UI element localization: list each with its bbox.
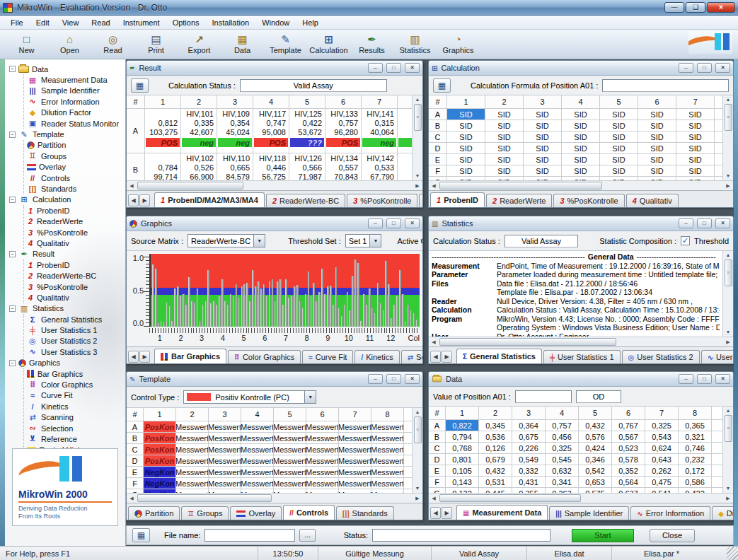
formula-cell[interactable]: SID — [638, 120, 676, 131]
formula-cell[interactable]: SID — [676, 109, 715, 119]
formula-cell[interactable]: SID — [485, 165, 524, 176]
sidebar-item-readerwerte[interactable]: 2ReaderWerte — [27, 216, 125, 226]
scrollbar-thumb[interactable]: ≡ — [414, 104, 422, 131]
measurement-cell[interactable]: 0,624 — [645, 443, 679, 453]
formula-cell[interactable]: SID — [600, 132, 638, 142]
result-cell[interactable]: 0,812103,275POS — [145, 109, 181, 153]
scroll-right-icon[interactable]: ▶ — [413, 182, 422, 190]
toolbar-new-button[interactable]: □New — [6, 31, 47, 57]
data-tab-measurement-data[interactable]: ▦Measurement Data — [456, 505, 548, 520]
statistics-minimize-button[interactable]: – — [679, 218, 693, 228]
sidebar-item-dilution-factor[interactable]: ◆Dilution Factor — [27, 107, 125, 118]
measurement-cell[interactable]: 0,325 — [546, 443, 579, 453]
formula-cell[interactable]: SID — [447, 132, 485, 142]
statistics-vertical-scrollbar[interactable]: ▲≡▼ — [722, 251, 733, 337]
menu-options[interactable]: Options — [166, 17, 206, 28]
control-type-dropdown[interactable]: Positiv Kontrolle (PC) ▼ — [183, 390, 316, 404]
template-cell[interactable]: Messwert — [306, 489, 339, 493]
tab-scroll-left-icon[interactable]: ◀ — [430, 351, 441, 363]
sidebar-item-poskontrolle[interactable]: 3%PosKontrolle — [27, 281, 125, 292]
template-cell[interactable]: Messwert — [339, 421, 371, 432]
menu-window[interactable]: Window — [255, 17, 296, 28]
formula-cell[interactable]: SID — [600, 109, 638, 119]
tab-scroll-left-icon[interactable]: ◀ — [128, 194, 139, 206]
measurement-cell[interactable]: 0,422 — [679, 488, 712, 493]
sidebar-item-probenid[interactable]: 1ProbenID — [27, 259, 125, 270]
result-cell[interactable]: HIV,1090,35445,024neg — [217, 109, 253, 153]
template-title-bar[interactable]: ✎ Template – □ ✕ — [127, 372, 422, 387]
calculation-minimize-button[interactable]: – — [679, 63, 693, 73]
formula-cell[interactable]: SID — [447, 143, 485, 153]
scroll-up-icon[interactable]: ▲ — [413, 408, 422, 416]
chevron-down-icon[interactable]: ▼ — [370, 234, 381, 247]
template-cell[interactable]: Messwert — [274, 444, 306, 455]
template-horizontal-scrollbar[interactable]: ◀▶ — [127, 493, 422, 503]
measurement-cell[interactable]: 0,475 — [645, 477, 679, 487]
measurement-cell[interactable]: 0,346 — [579, 454, 612, 465]
statistics-close-button[interactable]: ✕ — [715, 218, 730, 228]
tab-scroll-left-icon[interactable]: ◀ — [430, 507, 441, 519]
template-cell[interactable]: PosKon — [144, 444, 176, 455]
scroll-left-icon[interactable]: ◀ — [127, 182, 137, 190]
sidebar-node-graphics[interactable]: −Graphics — [8, 358, 125, 368]
measurement-cell[interactable]: 0,352 — [612, 465, 645, 476]
graphics-tab-curve-fit[interactable]: ≈Curve Fit — [302, 350, 353, 363]
result-cell[interactable]: HIV,1330,75796,280POS — [325, 109, 362, 153]
measurement-cell[interactable]: 0,226 — [512, 443, 546, 453]
measurement-cell[interactable]: 0,431 — [512, 477, 546, 487]
formula-cell[interactable]: SID — [524, 165, 562, 176]
formula-cell[interactable]: SID — [600, 177, 638, 180]
template-cell[interactable]: Messwert — [339, 455, 371, 466]
measurement-cell[interactable]: 0,632 — [546, 465, 579, 476]
toolbar-calculation-button[interactable]: ⊞Calculation — [308, 31, 350, 57]
template-cell[interactable]: Messwert — [176, 467, 209, 477]
formula-cell[interactable]: SID — [524, 120, 562, 131]
statistics-horizontal-scrollbar[interactable]: ◀▶ — [429, 337, 733, 346]
chevron-down-icon[interactable]: ▼ — [254, 234, 265, 247]
measurement-cell[interactable]: 0,262 — [645, 465, 679, 476]
measurement-cell[interactable]: 0,564 — [612, 477, 645, 487]
result-horizontal-scrollbar[interactable]: ◀▶ — [127, 180, 422, 190]
measurement-cell[interactable]: 0,143 — [446, 477, 479, 487]
data-tab-error-information[interactable]: ∿Error Information — [630, 506, 710, 520]
template-tab-overlay[interactable]: Overlay — [230, 506, 282, 520]
formula-cell[interactable]: SID — [562, 120, 600, 131]
formula-cell[interactable]: SID — [447, 109, 485, 119]
sidebar-item-controls[interactable]: //Controls — [27, 173, 125, 183]
toolbar-export-button[interactable]: ↗Export — [178, 31, 220, 57]
sidebar-item-partition[interactable]: Partition — [27, 140, 125, 151]
template-cell[interactable]: Messwert — [274, 489, 306, 493]
measurement-cell[interactable]: 0,105 — [446, 465, 479, 476]
formula-cell[interactable]: SID — [524, 154, 562, 165]
formula-cell[interactable]: SID — [676, 132, 715, 142]
template-tab-groups[interactable]: ♊Groups — [181, 506, 229, 520]
measurement-cell[interactable]: 0,675 — [512, 431, 546, 442]
graphics-title-bar[interactable]: Graphics – □ ✕ — [127, 216, 422, 231]
template-cell[interactable]: Messwert — [274, 478, 306, 489]
measurement-cell[interactable]: 0,345 — [479, 420, 512, 431]
scroll-down-icon[interactable]: ▼ — [413, 484, 422, 493]
result-grid-button[interactable]: ▦ — [131, 78, 149, 93]
data-tab-dilution-factor[interactable]: ◆Dilution Factor — [712, 506, 733, 520]
measurement-cell[interactable]: 0,523 — [612, 443, 645, 453]
template-cell[interactable]: Messwert — [176, 478, 209, 489]
calculation-title-bar[interactable]: ⊞ Calculation – □ ✕ — [429, 61, 733, 76]
scroll-right-icon[interactable]: ▶ — [723, 182, 733, 190]
graphics-minimize-button[interactable]: – — [368, 218, 383, 228]
template-maximize-button[interactable]: □ — [386, 374, 401, 384]
measurement-cell[interactable]: 0,653 — [579, 477, 612, 487]
scrollbar-thumb[interactable] — [439, 182, 602, 189]
template-cell[interactable]: Messwert — [176, 444, 209, 455]
template-cell[interactable]: Messwert — [339, 467, 371, 477]
scroll-right-icon[interactable]: ▶ — [723, 494, 733, 503]
measurement-cell[interactable]: 0,543 — [645, 431, 679, 442]
toolbar-read-button[interactable]: ◎Read — [92, 31, 134, 57]
data-close-button[interactable]: ✕ — [715, 374, 730, 384]
formula-cell[interactable]: SID — [524, 177, 562, 180]
sidebar-item-overlay[interactable]: Overlay — [27, 162, 125, 173]
measurement-cell[interactable]: 0,232 — [679, 454, 712, 465]
measurement-cell[interactable]: 0,801 — [446, 454, 479, 465]
template-cell[interactable]: Messwert — [274, 455, 306, 466]
source-matrix-dropdown[interactable]: ReaderWerte-BC▼ — [188, 234, 265, 247]
tab-scroll-right-icon[interactable]: ▶ — [442, 351, 452, 363]
